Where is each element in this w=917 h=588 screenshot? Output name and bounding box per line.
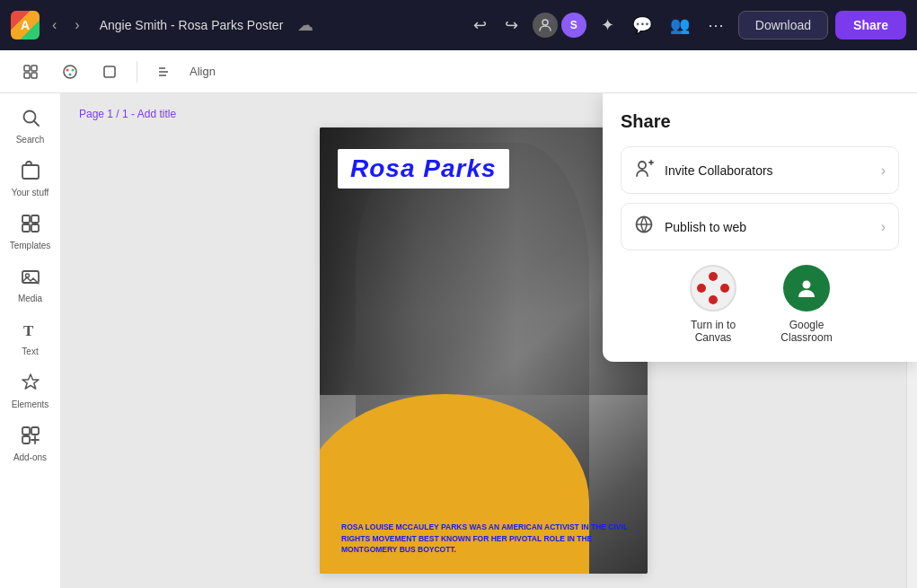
share-panel-title: Share bbox=[621, 111, 899, 132]
canva-logo[interactable]: A bbox=[11, 11, 40, 39]
canvas-integration[interactable]: Turn in to Canvas bbox=[677, 265, 749, 344]
svg-rect-20 bbox=[22, 224, 30, 232]
page-label: Page 1 / 1 - Add title bbox=[79, 108, 176, 120]
publish-label: Publish to web bbox=[665, 220, 746, 234]
elements-icon bbox=[21, 373, 40, 397]
svg-point-7 bbox=[64, 66, 76, 78]
svg-point-9 bbox=[72, 68, 75, 71]
canvas-dots-pattern bbox=[697, 272, 729, 304]
comment-button[interactable]: 💬 bbox=[625, 10, 659, 40]
svg-point-23 bbox=[25, 274, 29, 277]
invite-icon bbox=[634, 158, 654, 182]
share-panel: Share Invite Collaborators › bbox=[603, 93, 917, 362]
document-title: Angie Smith - Rosa Parks Poster bbox=[100, 18, 284, 32]
page-title-link[interactable]: Add title bbox=[137, 108, 176, 120]
collab-button[interactable]: 👥 bbox=[663, 10, 697, 40]
svg-rect-17 bbox=[22, 165, 39, 179]
share-integrations: Turn in to Canvas Google Classroom bbox=[621, 265, 899, 344]
poster-canvas[interactable]: Rosa Parks Rosa Louise McCauley Parks wa… bbox=[320, 127, 648, 574]
sidebar-item-elements[interactable]: Elements bbox=[4, 365, 57, 417]
share-button[interactable]: Share bbox=[835, 11, 906, 39]
logo-letter: A bbox=[21, 18, 30, 32]
shape-tool-button[interactable] bbox=[93, 58, 126, 85]
canvas-integration-label: Turn in to Canvas bbox=[677, 319, 749, 344]
svg-rect-21 bbox=[31, 224, 39, 232]
back-button[interactable]: ‹ bbox=[47, 13, 62, 37]
cloud-sync-icon: ☁ bbox=[297, 15, 313, 35]
sidebar-item-add-ons[interactable]: Add-ons bbox=[4, 418, 57, 470]
poster-background: Rosa Parks Rosa Louise McCauley Parks wa… bbox=[320, 127, 648, 574]
page-title-separator: - bbox=[128, 108, 137, 120]
classroom-integration[interactable]: Google Classroom bbox=[771, 265, 842, 344]
poster-title-text: Rosa Parks bbox=[350, 154, 497, 182]
sidebar-item-text[interactable]: T Text bbox=[4, 312, 57, 364]
svg-text:T: T bbox=[23, 322, 34, 339]
svg-rect-18 bbox=[22, 215, 30, 223]
grid-tool-button[interactable] bbox=[14, 58, 47, 85]
search-icon bbox=[21, 108, 40, 132]
invite-left: Invite Collaborators bbox=[634, 158, 773, 182]
svg-point-8 bbox=[66, 68, 69, 71]
add-ons-icon bbox=[21, 426, 40, 450]
svg-rect-6 bbox=[31, 73, 37, 78]
topbar: A ‹ › Angie Smith - Rosa Parks Poster ☁ … bbox=[0, 0, 917, 50]
magic-button[interactable]: ✦ bbox=[594, 10, 622, 40]
poster-bottom-text: Rosa Louise McCauley Parks was an Americ… bbox=[341, 522, 630, 556]
svg-rect-26 bbox=[31, 427, 39, 434]
templates-icon bbox=[21, 214, 40, 238]
publish-to-web-option[interactable]: Publish to web › bbox=[621, 203, 899, 250]
sidebar-item-your-stuff[interactable]: Your stuff bbox=[4, 154, 57, 205]
user-avatar[interactable]: S bbox=[561, 13, 586, 38]
your-stuff-icon bbox=[21, 161, 40, 185]
publish-chevron: › bbox=[881, 219, 886, 235]
toolbar: Align bbox=[0, 50, 917, 93]
add-person-button[interactable] bbox=[533, 13, 558, 38]
classroom-integration-label: Google Classroom bbox=[771, 319, 842, 344]
invite-collaborators-option[interactable]: Invite Collaborators › bbox=[621, 146, 899, 194]
download-button[interactable]: Download bbox=[738, 11, 828, 39]
svg-rect-3 bbox=[24, 66, 30, 71]
forward-button[interactable]: › bbox=[69, 13, 84, 37]
publish-left: Publish to web bbox=[634, 215, 746, 239]
sidebar-item-search[interactable]: Search bbox=[4, 101, 57, 152]
svg-point-35 bbox=[803, 281, 811, 289]
svg-rect-11 bbox=[104, 66, 115, 77]
main-area: Search Your stuff Templates bbox=[0, 93, 917, 588]
sidebar-search-label: Search bbox=[16, 135, 45, 145]
text-icon: T bbox=[21, 320, 40, 344]
sidebar-item-templates[interactable]: Templates bbox=[4, 206, 57, 258]
sidebar-add-ons-label: Add-ons bbox=[13, 452, 47, 462]
svg-line-16 bbox=[34, 121, 39, 126]
svg-rect-4 bbox=[31, 66, 37, 71]
invite-label: Invite Collaborators bbox=[665, 163, 773, 178]
topbar-actions: ↩ ↪ S ✦ 💬 👥 ⋯ bbox=[466, 10, 731, 40]
sidebar: Search Your stuff Templates bbox=[0, 93, 61, 588]
publish-icon bbox=[634, 215, 654, 239]
sidebar-media-label: Media bbox=[18, 294, 42, 303]
svg-point-0 bbox=[542, 20, 548, 25]
sidebar-templates-label: Templates bbox=[10, 241, 51, 250]
svg-rect-19 bbox=[31, 215, 39, 223]
palette-tool-button[interactable] bbox=[54, 58, 86, 85]
svg-point-10 bbox=[69, 73, 72, 75]
invite-chevron: › bbox=[881, 162, 886, 179]
classroom-icon bbox=[783, 265, 830, 312]
toolbar-divider bbox=[137, 61, 137, 83]
sidebar-elements-label: Elements bbox=[12, 399, 49, 409]
poster-title-box[interactable]: Rosa Parks bbox=[338, 149, 509, 189]
svg-rect-27 bbox=[22, 436, 30, 443]
svg-point-30 bbox=[639, 162, 646, 169]
media-icon bbox=[21, 267, 40, 291]
svg-rect-25 bbox=[22, 427, 30, 434]
redo-button[interactable]: ↪ bbox=[498, 10, 525, 40]
more-button[interactable]: ⋯ bbox=[701, 10, 731, 40]
page-number: Page 1 / 1 bbox=[79, 108, 128, 120]
undo-button[interactable]: ↩ bbox=[466, 10, 494, 40]
align-label: Align bbox=[190, 65, 216, 78]
sidebar-text-label: Text bbox=[22, 347, 38, 356]
canvas-icon bbox=[690, 265, 736, 312]
sidebar-your-stuff-label: Your stuff bbox=[12, 188, 49, 197]
user-avatars: S bbox=[533, 13, 586, 38]
sidebar-item-media[interactable]: Media bbox=[4, 259, 57, 311]
align-button[interactable] bbox=[148, 59, 179, 84]
